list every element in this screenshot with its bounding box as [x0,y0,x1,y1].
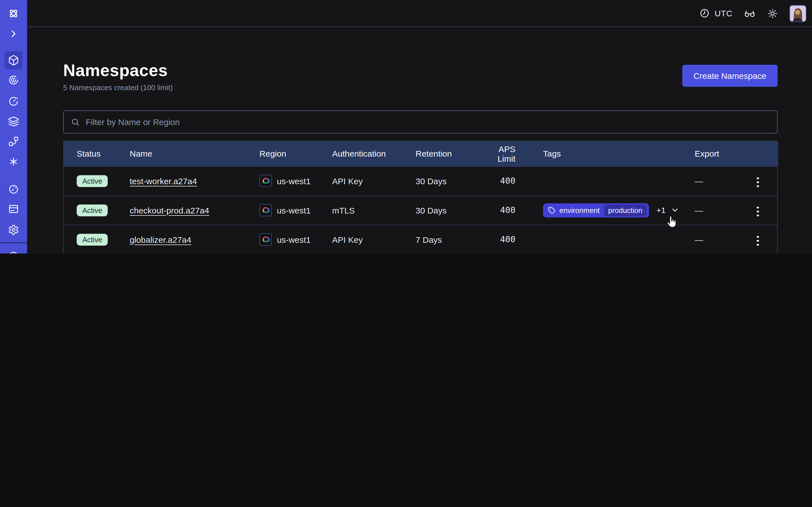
status-badge: Active [77,204,108,216]
col-region: Region [259,142,332,166]
sidebar-item-spiral[interactable] [0,74,27,86]
tag-key: environment [559,206,600,214]
user-avatar[interactable] [790,5,806,22]
tag-expand-chevron-icon[interactable] [670,206,679,215]
export-value: — [695,195,738,225]
gcp-cloud-icon [259,233,272,245]
sidebar-item-gauge[interactable] [0,184,27,195]
auth-label: API Key [332,225,416,253]
labs-glasses-icon[interactable] [744,7,756,19]
filter-bar [63,110,777,133]
tag-group: environment production +1 [543,203,695,217]
sidebar-expand-chevron-icon[interactable] [0,28,27,40]
table-row: Active test-worker.a27a4 us-west1 API Ke… [64,166,778,195]
sidebar-item-timer[interactable] [0,96,27,107]
sidebar-item-billing[interactable] [0,203,27,215]
sidebar-item-branch[interactable] [0,136,27,147]
timezone-selector[interactable]: UTC [700,8,732,18]
gcp-cloud-icon [259,175,272,187]
retention-label: 30 Days [416,166,480,195]
table-body: Active test-worker.a27a4 us-west1 API Ke… [64,166,778,253]
gcp-cloud-icon [259,204,272,216]
clock-icon [700,8,710,18]
export-value: — [695,225,738,253]
table-header: Status Name Region Authentication Retent… [64,142,778,166]
col-actions [738,142,778,166]
region-label: us-west1 [277,176,311,186]
tag-chip[interactable]: environment production [543,203,649,217]
create-namespace-button[interactable]: Create Namespace [682,65,777,87]
namespace-link[interactable]: globalizer.a27a4 [130,235,192,244]
status-badge: Active [77,175,108,187]
export-value: — [695,166,738,195]
namespace-count-subtitle: 5 Namespaces created (100 limit) [63,83,173,92]
tag-value: production [604,204,647,216]
sidebar-divider [0,242,27,243]
main-area: Namespaces 5 Namespaces created (100 lim… [27,27,812,253]
namespace-link[interactable]: test-worker.a27a4 [130,176,197,186]
tag-icon [548,207,555,214]
col-name: Name [130,142,259,166]
namespaces-table: Status Name Region Authentication Retent… [63,141,777,253]
region-label: us-west1 [277,205,311,215]
search-icon [70,117,81,127]
cube-icon [8,55,19,66]
status-badge: Active [77,233,108,245]
temporal-logo-icon [0,7,27,20]
col-export: Export [695,142,738,166]
page-title: Namespaces [63,61,173,79]
auth-label: API Key [332,166,416,195]
filter-input[interactable] [86,117,770,127]
sidebar-item-asterisk[interactable] [0,156,27,167]
theme-toggle-sun-icon[interactable] [767,8,778,19]
sidebar-item-namespaces[interactable] [4,51,22,69]
aps-limit-value: 400 [480,195,523,225]
sidebar-item-settings[interactable] [0,224,27,235]
auth-label: mTLS [332,195,416,225]
retention-label: 30 Days [416,195,480,225]
table-row: Active globalizer.a27a4 us-west1 API Key… [64,225,778,253]
aps-limit-value: 400 [480,225,523,253]
tag-more-count[interactable]: +1 [657,206,666,215]
topbar: UTC [27,0,812,27]
app-root: 2.35.1 UTC [0,0,812,253]
col-aps-limit: APS Limit [480,142,523,166]
retention-label: 7 Days [416,225,480,253]
sidebar-item-layers[interactable] [0,116,27,127]
col-retention: Retention [416,142,480,166]
sidebar-item-support[interactable] [0,251,27,253]
row-menu-button[interactable] [754,174,762,190]
sidebar: 2.35.1 [0,0,27,253]
col-authentication: Authentication [332,142,416,166]
namespace-link[interactable]: checkout-prod.a27a4 [130,205,209,215]
col-status: Status [64,142,130,166]
region-label: us-west1 [277,235,311,244]
timezone-label: UTC [715,8,732,18]
row-menu-button[interactable] [754,232,762,249]
col-tags: Tags [523,142,695,166]
table-row: Active checkout-prod.a27a4 us-west1 mTLS… [64,195,778,225]
row-menu-button[interactable] [754,203,762,220]
aps-limit-value: 400 [480,166,523,195]
